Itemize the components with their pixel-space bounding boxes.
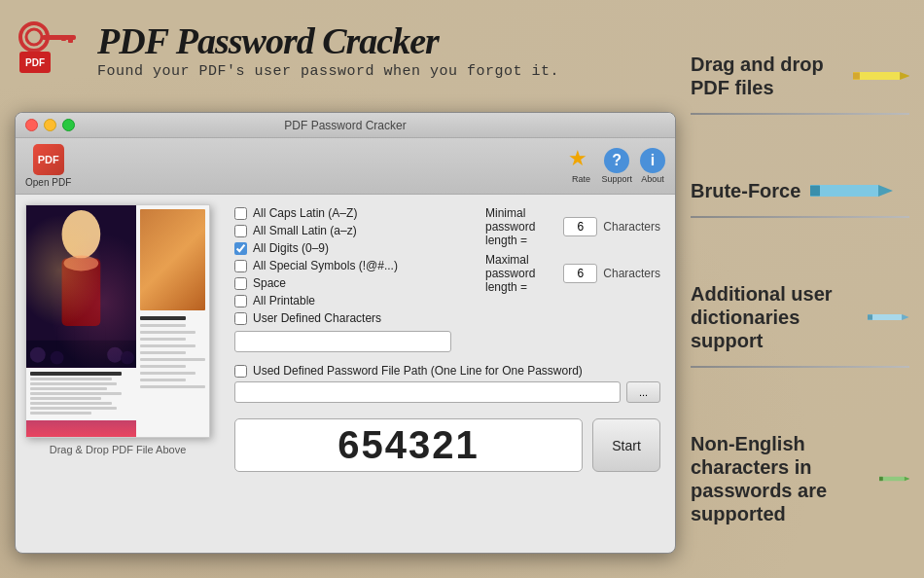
min-chars-label: Characters bbox=[603, 220, 660, 234]
file-path-section: Used Defined Password File Path (One Lin… bbox=[234, 364, 660, 403]
svg-marker-26 bbox=[868, 314, 902, 320]
svg-text:PDF: PDF bbox=[25, 57, 45, 68]
pdf-fashion-figure bbox=[26, 205, 136, 368]
browse-button[interactable]: ... bbox=[626, 381, 660, 403]
about-icon: i bbox=[640, 148, 665, 173]
max-length-row: Maximal password length = Characters bbox=[485, 253, 660, 294]
checkbox-all-caps-label: All Caps Latin (A–Z) bbox=[253, 206, 357, 220]
pdf-page bbox=[26, 205, 209, 437]
password-length-section: Minimal password length = Characters Max… bbox=[485, 206, 660, 294]
checkbox-all-caps-input[interactable] bbox=[234, 207, 247, 220]
window-toolbar: PDF Open PDF ★ Rate ? Support i About bbox=[16, 138, 675, 195]
checkbox-all-printable[interactable]: All Printable bbox=[234, 294, 451, 307]
divider-3 bbox=[691, 366, 909, 368]
feature-row-3: Additional user dictionaries support bbox=[691, 274, 909, 360]
close-button[interactable] bbox=[25, 119, 38, 131]
checkbox-space[interactable]: Space bbox=[234, 276, 451, 290]
main-window: PDF Password Cracker PDF Open PDF ★ Rate… bbox=[15, 112, 676, 554]
checkbox-all-digits-input[interactable] bbox=[234, 242, 247, 255]
start-button[interactable]: Start bbox=[592, 418, 660, 472]
checkbox-all-small-label: All Small Latin (a–z) bbox=[253, 224, 357, 237]
checkbox-all-special[interactable]: All Special Symbols (!@#...) bbox=[234, 259, 451, 272]
svg-point-1 bbox=[26, 29, 42, 45]
checkbox-all-caps[interactable]: All Caps Latin (A–Z) bbox=[234, 206, 451, 220]
rate-button[interactable]: ★ Rate bbox=[568, 148, 593, 184]
about-label: About bbox=[641, 174, 664, 184]
feature-text-1: Drag and drop PDF files bbox=[691, 53, 843, 99]
file-path-row: ... bbox=[234, 381, 660, 403]
file-path-checkbox-label: Used Defined Password File Path (One Lin… bbox=[253, 364, 583, 378]
checkbox-all-digits[interactable]: All Digits (0–9) bbox=[234, 241, 451, 255]
checkbox-all-special-input[interactable] bbox=[234, 260, 247, 272]
checkbox-all-digits-label: All Digits (0–9) bbox=[253, 241, 329, 255]
pdf-fashion-overlay bbox=[26, 205, 136, 368]
window-title: PDF Password Cracker bbox=[284, 119, 406, 132]
svg-marker-18 bbox=[853, 72, 900, 80]
divider-2 bbox=[691, 216, 909, 218]
minimize-button[interactable] bbox=[44, 119, 56, 131]
pdf-icon: PDF bbox=[33, 144, 64, 175]
rate-label: Rate bbox=[572, 174, 590, 184]
svg-rect-3 bbox=[68, 35, 73, 43]
pdf-right-col bbox=[136, 205, 209, 437]
svg-rect-21 bbox=[853, 73, 860, 80]
app-subtitle: Found your PDF's user password when you … bbox=[97, 63, 559, 80]
checkbox-all-printable-label: All Printable bbox=[253, 294, 315, 307]
pencil-3 bbox=[868, 307, 909, 327]
controls-panel: All Caps Latin (A–Z) All Small Latin (a–… bbox=[220, 195, 675, 547]
svg-marker-27 bbox=[902, 314, 909, 320]
checkbox-user-defined-input[interactable] bbox=[234, 312, 247, 325]
max-chars-label: Characters bbox=[603, 267, 660, 280]
checkbox-all-small-input[interactable] bbox=[234, 225, 247, 237]
password-display: 654321 bbox=[234, 418, 583, 472]
controls-left: All Caps Latin (A–Z) All Small Latin (a–… bbox=[234, 206, 451, 352]
app-title-area: PDF Password Cracker Found your PDF's us… bbox=[97, 18, 559, 80]
maximize-button[interactable] bbox=[62, 119, 75, 131]
max-length-label: Maximal password length = bbox=[485, 253, 557, 294]
pdf-image-left bbox=[26, 205, 136, 437]
checkbox-all-special-label: All Special Symbols (!@#...) bbox=[253, 259, 398, 272]
open-pdf-label: Open PDF bbox=[25, 177, 71, 188]
svg-marker-19 bbox=[900, 72, 909, 80]
pdf-drop-label: Drag & Drop PDF File Above bbox=[50, 444, 187, 455]
features-panel: Drag and drop PDF files Brute-Force Ad bbox=[676, 0, 924, 578]
feature-row-4: Non-English characters in passwords are … bbox=[691, 424, 909, 533]
about-button[interactable]: i About bbox=[640, 148, 665, 184]
pencil-2 bbox=[810, 181, 893, 200]
file-path-input[interactable] bbox=[234, 381, 621, 403]
max-length-input[interactable] bbox=[563, 264, 597, 283]
min-length-input[interactable] bbox=[563, 217, 597, 236]
support-button[interactable]: ? Support bbox=[601, 148, 632, 184]
app-icon: PDF bbox=[15, 18, 83, 86]
window-titlebar: PDF Password Cracker bbox=[16, 113, 675, 138]
svg-marker-30 bbox=[879, 477, 905, 481]
controls-right: Minimal password length = Characters Max… bbox=[466, 206, 660, 352]
open-pdf-button[interactable]: PDF Open PDF bbox=[25, 144, 71, 188]
feature-item-2: Brute-Force bbox=[691, 171, 909, 224]
feature-item-3: Additional user dictionaries support bbox=[691, 274, 909, 374]
svg-marker-23 bbox=[878, 185, 893, 197]
divider-1 bbox=[691, 113, 909, 115]
checkbox-all-small[interactable]: All Small Latin (a–z) bbox=[234, 224, 451, 237]
file-path-checkbox-row[interactable]: Used Defined Password File Path (One Lin… bbox=[234, 364, 660, 378]
feature-text-4: Non-English characters in passwords are … bbox=[691, 432, 870, 525]
user-defined-chars-input[interactable] bbox=[234, 331, 451, 352]
pdf-preview[interactable] bbox=[25, 204, 210, 438]
checkbox-space-input[interactable] bbox=[234, 277, 247, 290]
svg-rect-29 bbox=[868, 314, 872, 319]
file-path-checkbox[interactable] bbox=[234, 365, 247, 378]
toolbar-right: ★ Rate ? Support i About bbox=[568, 148, 665, 184]
min-length-label: Minimal password length = bbox=[485, 206, 557, 247]
checkbox-user-defined[interactable]: User Defined Characters bbox=[234, 311, 451, 325]
window-controls bbox=[25, 119, 75, 131]
svg-rect-25 bbox=[810, 186, 820, 196]
svg-rect-33 bbox=[879, 477, 883, 481]
feature-item-4: Non-English characters in passwords are … bbox=[691, 424, 909, 533]
feature-text-2: Brute-Force bbox=[691, 179, 800, 202]
pencil-4 bbox=[879, 469, 909, 488]
checkbox-user-defined-label: User Defined Characters bbox=[253, 311, 381, 325]
min-length-row: Minimal password length = Characters bbox=[485, 206, 660, 247]
checkbox-all-printable-input[interactable] bbox=[234, 295, 247, 307]
window-content: Drag & Drop PDF File Above All Caps Lati… bbox=[16, 195, 675, 547]
checkbox-space-label: Space bbox=[253, 276, 286, 290]
